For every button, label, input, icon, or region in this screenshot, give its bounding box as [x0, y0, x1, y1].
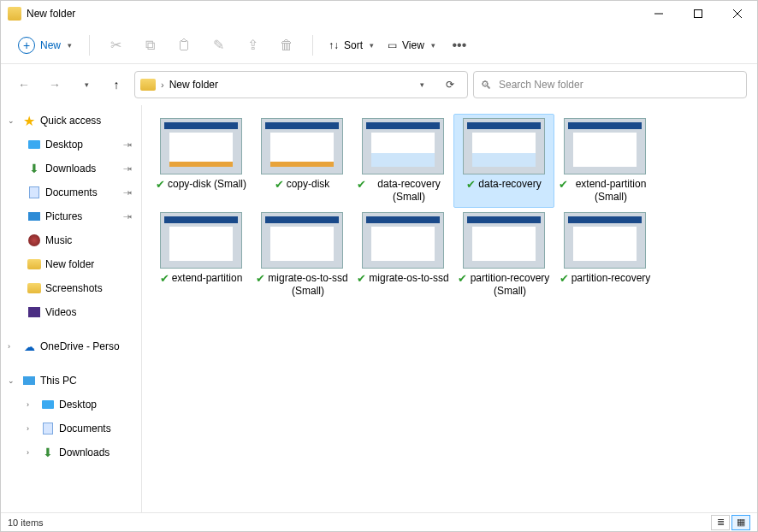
- quick-access-label: Quick access: [40, 115, 101, 127]
- document-icon: [29, 186, 39, 198]
- recent-button[interactable]: ▾: [73, 72, 98, 98]
- sidebar-item-documents[interactable]: Documents 📌︎: [1, 180, 141, 204]
- search-placeholder: Search New folder: [499, 79, 583, 91]
- clipboard-icon: 📋︎: [177, 38, 191, 53]
- sidebar-onedrive[interactable]: › ☁ OneDrive - Perso: [1, 334, 141, 358]
- file-name: partition-recovery: [571, 272, 651, 285]
- view-button[interactable]: ▭ View ▾: [382, 36, 441, 55]
- file-name: migrate-os-to-ssd: [369, 272, 448, 285]
- sidebar-item-label: Videos: [45, 306, 76, 318]
- file-thumbnail: [564, 212, 646, 269]
- cut-button[interactable]: ✂: [100, 30, 131, 61]
- file-name: data-recovery (Small): [369, 178, 449, 204]
- file-item[interactable]: ✔extend-partition: [151, 208, 252, 302]
- sidebar-item-music[interactable]: Music: [1, 228, 141, 252]
- file-item[interactable]: ✔data-recovery: [453, 114, 554, 208]
- refresh-button[interactable]: ⟳: [438, 73, 462, 97]
- thumbnails-view-button[interactable]: ▦: [731, 515, 750, 530]
- onedrive-label: OneDrive - Perso: [40, 340, 120, 352]
- view-label: View: [402, 39, 424, 51]
- synced-check-icon: ✔: [156, 178, 165, 192]
- folder-icon: [140, 79, 156, 91]
- chevron-right-icon: ›: [161, 80, 164, 90]
- sidebar-quick-access[interactable]: ⌄ ★ Quick access: [1, 109, 141, 133]
- sidebar-item-screenshots[interactable]: Screenshots: [1, 276, 141, 300]
- pin-icon: 📌︎: [121, 162, 134, 175]
- scissors-icon: ✂: [110, 37, 121, 53]
- file-thumbnail: [362, 212, 444, 269]
- rename-button[interactable]: ✎: [203, 30, 234, 61]
- search-input[interactable]: 🔍︎ Search New folder: [473, 71, 747, 98]
- synced-check-icon: ✔: [560, 272, 569, 286]
- toolbar: + New ▾ ✂ ⧉ 📋︎ ✎ ⇪ 🗑︎ ↑↓ Sort ▾ ▭ View ▾…: [1, 27, 757, 64]
- forward-button[interactable]: →: [42, 72, 68, 98]
- sidebar-pc-documents[interactable]: › Documents: [1, 417, 141, 440]
- file-item[interactable]: ✔partition-recovery: [554, 208, 655, 302]
- sidebar-pc-downloads[interactable]: › ⬇ Downloads: [1, 440, 141, 464]
- chevron-right-icon: ›: [8, 342, 18, 351]
- paste-button[interactable]: 📋︎: [169, 30, 199, 61]
- search-icon: 🔍︎: [481, 79, 492, 92]
- file-item[interactable]: ✔migrate-os-to-ssd (Small): [252, 208, 352, 302]
- maximize-button[interactable]: [678, 1, 718, 27]
- file-thumbnail: [160, 212, 242, 269]
- close-button[interactable]: [718, 1, 757, 27]
- sidebar-item-label: Documents: [59, 423, 111, 434]
- sidebar-pc-desktop[interactable]: › Desktop: [1, 393, 141, 417]
- file-item[interactable]: ✔copy-disk (Small): [151, 114, 252, 208]
- chevron-down-icon: ▾: [431, 41, 435, 50]
- file-name: copy-disk (Small): [168, 178, 246, 191]
- back-button[interactable]: ←: [11, 72, 37, 98]
- synced-check-icon: ✔: [357, 272, 366, 286]
- folder-icon: [8, 7, 21, 21]
- sidebar-item-label: Screenshots: [45, 282, 103, 294]
- file-item[interactable]: ✔migrate-os-to-ssd: [352, 208, 453, 302]
- ellipsis-icon: •••: [452, 38, 466, 53]
- pc-icon: [23, 376, 35, 385]
- minimize-button[interactable]: [639, 1, 678, 27]
- sidebar-item-label: New folder: [45, 258, 94, 270]
- sidebar-item-new-folder[interactable]: New folder: [1, 252, 141, 276]
- file-grid[interactable]: ✔copy-disk (Small)✔copy-disk✔data-recove…: [142, 105, 757, 512]
- sidebar-item-pictures[interactable]: Pictures 📌︎: [1, 204, 141, 228]
- file-item[interactable]: ✔extend-partition (Small): [554, 114, 655, 208]
- sidebar-this-pc[interactable]: ⌄ This PC: [1, 369, 141, 393]
- sidebar-item-label: Music: [45, 234, 72, 246]
- sort-label: Sort: [344, 39, 363, 51]
- file-name: extend-partition (Small): [571, 178, 651, 204]
- sort-icon: ↑↓: [329, 39, 339, 51]
- details-view-button[interactable]: ≣: [711, 515, 730, 530]
- sort-button[interactable]: ↑↓ Sort ▾: [323, 36, 379, 55]
- breadcrumb-dropdown[interactable]: ▾: [409, 73, 433, 97]
- file-thumbnail: [261, 212, 343, 269]
- delete-button[interactable]: 🗑︎: [271, 30, 302, 61]
- pin-icon: 📌︎: [121, 186, 134, 199]
- synced-check-icon: ✔: [559, 178, 568, 192]
- status-text: 10 items: [8, 517, 44, 528]
- sidebar-item-videos[interactable]: Videos: [1, 300, 141, 324]
- new-label: New: [40, 39, 61, 51]
- chevron-right-icon: ›: [27, 400, 37, 409]
- breadcrumb[interactable]: › New folder ▾ ⟳: [134, 71, 468, 98]
- sidebar-item-label: Documents: [45, 186, 98, 198]
- file-item[interactable]: ✔partition-recovery (Small): [453, 208, 554, 302]
- sidebar-item-downloads[interactable]: ⬇ Downloads 📌︎: [1, 157, 141, 180]
- sidebar-item-desktop[interactable]: Desktop 📌︎: [1, 133, 141, 157]
- more-button[interactable]: •••: [444, 30, 475, 61]
- file-item[interactable]: ✔copy-disk: [252, 114, 352, 208]
- file-item[interactable]: ✔data-recovery (Small): [352, 114, 453, 208]
- separator: [312, 35, 313, 56]
- titlebar: New folder: [1, 1, 757, 27]
- file-thumbnail: [463, 118, 545, 174]
- synced-check-icon: ✔: [458, 272, 467, 286]
- sidebar-item-label: Desktop: [45, 139, 83, 151]
- copy-icon: ⧉: [145, 38, 155, 53]
- body: ⌄ ★ Quick access Desktop 📌︎ ⬇ Downloads …: [1, 105, 757, 512]
- file-thumbnail: [160, 118, 242, 174]
- cloud-icon: ☁: [21, 340, 37, 352]
- copy-button[interactable]: ⧉: [134, 30, 165, 61]
- new-button[interactable]: + New ▾: [11, 33, 79, 57]
- up-button[interactable]: ↑: [104, 72, 129, 98]
- share-button[interactable]: ⇪: [237, 30, 268, 61]
- chevron-down-icon: ▾: [68, 41, 72, 50]
